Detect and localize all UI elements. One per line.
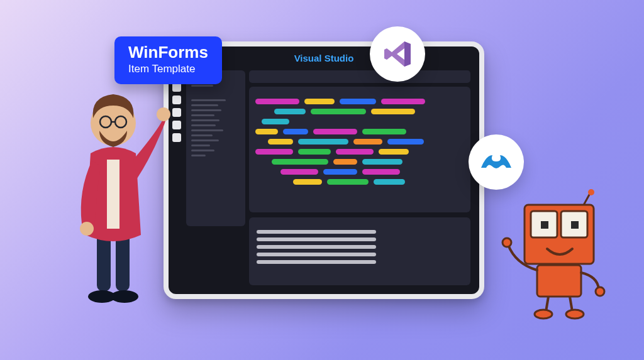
callout-title: WinForms xyxy=(128,44,208,60)
editor-tabs xyxy=(249,70,470,83)
visual-studio-icon xyxy=(382,38,413,70)
file-explorer xyxy=(186,70,245,226)
svg-point-6 xyxy=(80,222,94,236)
svg-rect-17 xyxy=(571,221,579,229)
activity-icon xyxy=(172,133,181,142)
svg-rect-4 xyxy=(107,160,119,229)
dotnet-logo-badge xyxy=(469,134,524,190)
svg-point-19 xyxy=(502,238,511,247)
activity-icon xyxy=(172,108,181,117)
activity-icon xyxy=(172,121,181,129)
activity-icon xyxy=(172,83,181,92)
output-panel xyxy=(249,217,470,285)
svg-point-5 xyxy=(157,107,170,121)
svg-point-24 xyxy=(566,310,584,319)
svg-rect-15 xyxy=(541,221,548,229)
dotnet-icon xyxy=(479,153,514,172)
robot-character xyxy=(497,188,616,320)
person-character xyxy=(53,78,172,310)
svg-rect-18 xyxy=(537,265,581,297)
code-editor xyxy=(249,87,470,212)
svg-point-3 xyxy=(111,290,138,303)
callout-label: WinForms Item Template xyxy=(114,36,222,84)
visual-studio-logo-badge xyxy=(370,26,425,82)
svg-point-20 xyxy=(596,287,604,296)
svg-point-23 xyxy=(535,310,552,319)
activity-icon xyxy=(172,95,181,104)
callout-subtitle: Item Template xyxy=(128,63,208,75)
svg-point-12 xyxy=(588,189,594,195)
